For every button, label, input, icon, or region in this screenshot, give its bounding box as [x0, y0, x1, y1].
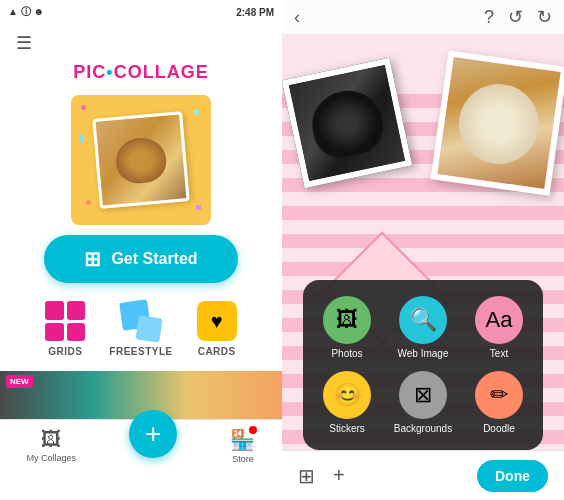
popup-backgrounds[interactable]: ⊠ Backgrounds [391, 371, 455, 434]
grid-cell-4 [67, 323, 86, 342]
grid-cell-2 [67, 301, 86, 320]
new-badge: NEW [6, 375, 33, 388]
popup-text[interactable]: Aa Text [467, 296, 531, 359]
collage-preview [71, 95, 211, 225]
web-image-icon-circle: 🔍 [399, 296, 447, 344]
modes-row: GRIDS FREESTYLE ♥ CARDS [45, 301, 236, 357]
redo-button[interactable]: ↻ [537, 6, 552, 28]
black-dog-shape [306, 84, 388, 162]
get-started-button[interactable]: ⊞ Get Started [44, 235, 237, 283]
popup-doodle[interactable]: ✏ Doodle [467, 371, 531, 434]
back-button[interactable]: ‹ [294, 7, 300, 28]
freestyle-card2 [135, 315, 162, 342]
cards-icon: ♥ [197, 301, 237, 341]
help-icon: ? [484, 7, 494, 27]
stickers-label: Stickers [329, 423, 365, 434]
freestyle-icon [121, 301, 161, 341]
fab-plus-icon: + [145, 418, 161, 450]
bottom-nav-left: 🖼 My Collages + 🏪 Store [0, 419, 282, 471]
nav-store[interactable]: 🏪 Store [230, 428, 255, 464]
grid-cell-3 [45, 323, 64, 342]
grid-layout-icon[interactable]: ⊞ [298, 464, 315, 488]
confetti-1 [81, 105, 86, 110]
header-left: ☰ [0, 24, 282, 58]
status-right: 2:48 PM [236, 7, 274, 18]
fab-add-button[interactable]: + [129, 410, 177, 458]
dog-face [114, 136, 168, 185]
right-top-bar: ‹ ? ↺ ↻ [282, 0, 564, 34]
backgrounds-label: Backgrounds [394, 423, 452, 434]
popup-photos[interactable]: 🖼 Photos [315, 296, 379, 359]
popup-menu: 🖼 Photos 🔍 Web Image Aa Text 😊 Stickers … [303, 280, 543, 450]
my-collages-label: My Collages [27, 453, 77, 463]
grids-label: GRIDS [48, 346, 82, 357]
bottom-right-icons: ⊞ + [298, 464, 345, 488]
mode-grids[interactable]: GRIDS [45, 301, 85, 357]
text-icon-circle: Aa [475, 296, 523, 344]
photos-label: Photos [331, 348, 362, 359]
confetti-2 [194, 110, 199, 115]
get-started-label: Get Started [111, 250, 197, 268]
backgrounds-icon-circle: ⊠ [399, 371, 447, 419]
freestyle-label: FREESTYLE [109, 346, 172, 357]
white-dog-face [454, 79, 544, 169]
signal-icon: ▲ ⓘ ☻ [8, 5, 44, 19]
done-button[interactable]: Done [477, 460, 548, 492]
help-button[interactable]: ? [484, 7, 494, 28]
right-panel: ‹ ? ↺ ↻ 🖼 [282, 0, 564, 500]
preview-dog-photo [92, 111, 190, 209]
mode-freestyle[interactable]: FREESTYLE [109, 301, 172, 357]
stickers-icon-circle: 😊 [323, 371, 371, 419]
store-notification-badge [249, 426, 257, 434]
text-label: Text [490, 348, 508, 359]
popup-stickers[interactable]: 😊 Stickers [315, 371, 379, 434]
hamburger-menu-icon[interactable]: ☰ [16, 32, 32, 54]
photo-inner-1 [289, 65, 405, 181]
cards-label: CARDS [198, 346, 236, 357]
top-right-icons: ? ↺ ↻ [484, 6, 552, 28]
confetti-4 [196, 205, 201, 210]
left-panel: ▲ ⓘ ☻ 2:48 PM ☰ PIC•COLLAGE ⊞ Get Starte… [0, 0, 282, 500]
confetti-3 [86, 200, 91, 205]
mode-cards[interactable]: ♥ CARDS [197, 301, 237, 357]
photo-frame-black-dog[interactable] [282, 58, 412, 188]
popup-web-image[interactable]: 🔍 Web Image [391, 296, 455, 359]
bottom-nav-right: ⊞ + Done [282, 450, 564, 500]
status-left: ▲ ⓘ ☻ [8, 5, 44, 19]
nav-my-collages[interactable]: 🖼 My Collages [27, 428, 77, 463]
back-icon: ‹ [294, 7, 300, 27]
doodle-icon-circle: ✏ [475, 371, 523, 419]
grid-cell-1 [45, 301, 64, 320]
grids-icon [45, 301, 85, 341]
logo-area: PIC•COLLAGE [0, 58, 282, 91]
undo-button[interactable]: ↺ [508, 6, 523, 28]
bottom-add-icon[interactable]: + [333, 464, 345, 487]
photos-icon-circle: 🖼 [323, 296, 371, 344]
store-label: Store [232, 454, 254, 464]
get-started-icon: ⊞ [84, 247, 101, 271]
doodle-label: Doodle [483, 423, 515, 434]
confetti-5 [79, 135, 83, 143]
done-label: Done [495, 468, 530, 484]
web-image-label: Web Image [398, 348, 449, 359]
photo-frame-white-dog[interactable] [431, 50, 564, 195]
status-bar: ▲ ⓘ ☻ 2:48 PM [0, 0, 282, 24]
redo-icon: ↻ [537, 7, 552, 27]
undo-icon: ↺ [508, 7, 523, 27]
status-time: 2:48 PM [236, 7, 274, 18]
my-collages-icon: 🖼 [41, 428, 61, 451]
app-logo: PIC•COLLAGE [73, 62, 208, 83]
photo-inner-2 [437, 57, 560, 189]
